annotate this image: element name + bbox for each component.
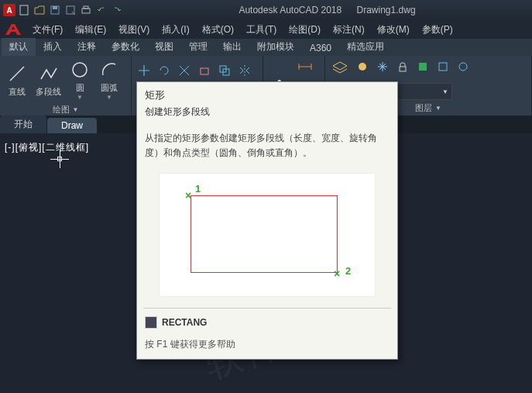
qat-saveas-icon[interactable] — [63, 3, 77, 17]
svg-point-7 — [73, 63, 87, 77]
line-icon — [6, 63, 28, 84]
corner1-label: 1 — [195, 183, 201, 195]
tab-drawing1[interactable]: Draw — [47, 118, 97, 133]
trim-icon[interactable] — [175, 61, 194, 80]
tooltip-description: 从指定的矩形参数创建矩形多段线（长度、宽度、旋转角度）和角点类型（圆角、倒角或直… — [137, 126, 397, 165]
corner2-label: 2 — [345, 265, 351, 277]
draw-panel: 直线 多段线 圆 ▼ 圆弧 ▼ 绘图 ▼ — [0, 56, 132, 115]
title-bar: A Autodesk AutoCAD 2018 Drawing1.dwg — [0, 0, 532, 20]
polyline-icon — [38, 63, 60, 84]
tab-output[interactable]: 输出 — [215, 38, 249, 56]
app-menu-icon[interactable]: A — [3, 4, 15, 16]
svg-rect-27 — [419, 63, 427, 71]
tool-arc[interactable]: 圆弧 ▼ — [95, 57, 123, 102]
tab-annotate[interactable]: 注释 — [70, 38, 104, 56]
qat-open-icon[interactable] — [33, 3, 46, 17]
corner-marker-icon: × — [334, 267, 340, 280]
svg-line-6 — [10, 67, 24, 81]
svg-rect-5 — [84, 6, 88, 9]
ribbon-tabs: 默认 插入 注释 参数化 视图 管理 输出 附加模块 A360 精选应用 — [0, 39, 532, 56]
tab-default[interactable]: 默认 — [2, 38, 36, 56]
qat-undo-icon[interactable] — [94, 3, 108, 17]
layer-properties-button[interactable] — [328, 57, 352, 81]
tab-insert[interactable]: 插入 — [36, 38, 70, 56]
tool-polyline[interactable]: 多段线 — [33, 61, 64, 99]
corner-marker-icon: × — [185, 189, 191, 202]
svg-rect-28 — [439, 63, 447, 71]
layers-icon — [329, 58, 351, 80]
circle-icon — [69, 59, 91, 81]
tooltip-preview: × 1 × 2 — [137, 165, 397, 305]
viewport-controls[interactable]: [-][俯视][二维线框] — [5, 141, 89, 154]
svg-rect-2 — [53, 6, 57, 9]
title-text: Autodesk AutoCAD 2018 Drawing1.dwg — [125, 5, 529, 16]
layer-prev-icon[interactable] — [434, 57, 452, 76]
svg-point-29 — [459, 63, 467, 71]
layer-iso-icon[interactable] — [454, 57, 472, 76]
chevron-down-icon: ▼ — [442, 88, 448, 95]
command-name: RECTANG — [162, 317, 207, 328]
tab-featured[interactable]: 精选应用 — [339, 38, 392, 56]
tab-view[interactable]: 视图 — [147, 38, 181, 56]
tab-a360[interactable]: A360 — [302, 40, 339, 56]
qat-save-icon[interactable] — [48, 3, 62, 17]
tab-manage[interactable]: 管理 — [181, 38, 215, 56]
tool-line[interactable]: 直线 — [3, 61, 31, 99]
layer-match-icon[interactable] — [414, 57, 432, 76]
menu-modify[interactable]: 修改(M) — [371, 21, 416, 39]
menu-edit[interactable]: 编辑(E) — [69, 21, 112, 39]
svg-rect-26 — [400, 67, 406, 71]
tooltip-subtitle: 创建矩形多段线 — [137, 104, 397, 126]
menu-param[interactable]: 参数(P) — [416, 21, 459, 39]
chevron-down-icon: ▼ — [435, 105, 441, 112]
separator — [143, 308, 391, 309]
tool-circle[interactable]: 圆 ▼ — [66, 57, 94, 102]
rectangle-tooltip: 矩形 创建矩形多段线 从指定的矩形参数创建矩形多段线（长度、宽度、旋转角度）和角… — [136, 81, 398, 360]
layer-off-icon[interactable] — [353, 57, 372, 76]
move-icon[interactable] — [135, 61, 153, 80]
help-hint: 按 F1 键获得更多帮助 — [137, 333, 397, 359]
menu-insert[interactable]: 插入(I) — [156, 21, 195, 39]
tool-arc-label: 圆弧 — [101, 82, 118, 94]
copy-icon[interactable] — [215, 61, 234, 80]
svg-rect-0 — [20, 5, 28, 15]
menu-format[interactable]: 格式(O) — [196, 21, 240, 39]
tool-polyline-label: 多段线 — [36, 86, 61, 98]
layer-lock-icon[interactable] — [393, 57, 412, 76]
command-icon — [145, 316, 157, 329]
tooltip-title: 矩形 — [137, 82, 397, 104]
filename: Drawing1.dwg — [357, 5, 416, 16]
svg-rect-8 — [201, 68, 208, 74]
layer-freeze-icon[interactable] — [373, 57, 392, 76]
menu-dim[interactable]: 标注(N) — [327, 21, 371, 39]
erase-icon[interactable] — [195, 61, 214, 80]
tab-start[interactable]: 开始 — [0, 115, 46, 133]
tab-addins[interactable]: 附加模块 — [249, 38, 302, 56]
chevron-down-icon: ▼ — [77, 94, 83, 101]
menu-bar: 文件(F) 编辑(E) 视图(V) 插入(I) 格式(O) 工具(T) 绘图(D… — [0, 20, 532, 39]
tool-line-label: 直线 — [9, 86, 26, 98]
autocad-logo-icon[interactable] — [3, 21, 26, 38]
rotate-icon[interactable] — [155, 61, 173, 80]
menu-file[interactable]: 文件(F) — [26, 21, 69, 39]
tab-parametric[interactable]: 参数化 — [104, 38, 147, 56]
svg-point-25 — [359, 63, 366, 71]
command-row: RECTANG — [137, 312, 397, 333]
menu-tools[interactable]: 工具(T) — [240, 21, 283, 39]
menu-view[interactable]: 视图(V) — [112, 21, 156, 39]
dimension-icon[interactable] — [296, 57, 314, 76]
app-name: Autodesk AutoCAD 2018 — [239, 5, 342, 16]
chevron-down-icon: ▼ — [73, 106, 79, 113]
chevron-down-icon: ▼ — [106, 94, 112, 101]
menu-draw[interactable]: 绘图(D) — [283, 21, 327, 39]
rectangle-preview — [190, 195, 338, 273]
qat-redo-icon[interactable] — [110, 3, 124, 17]
qat-new-icon[interactable] — [17, 3, 31, 17]
svg-rect-4 — [82, 9, 90, 13]
arc-icon — [98, 59, 120, 81]
tool-circle-label: 圆 — [76, 82, 84, 94]
mirror-icon[interactable] — [235, 61, 254, 80]
qat-print-icon[interactable] — [79, 3, 93, 17]
